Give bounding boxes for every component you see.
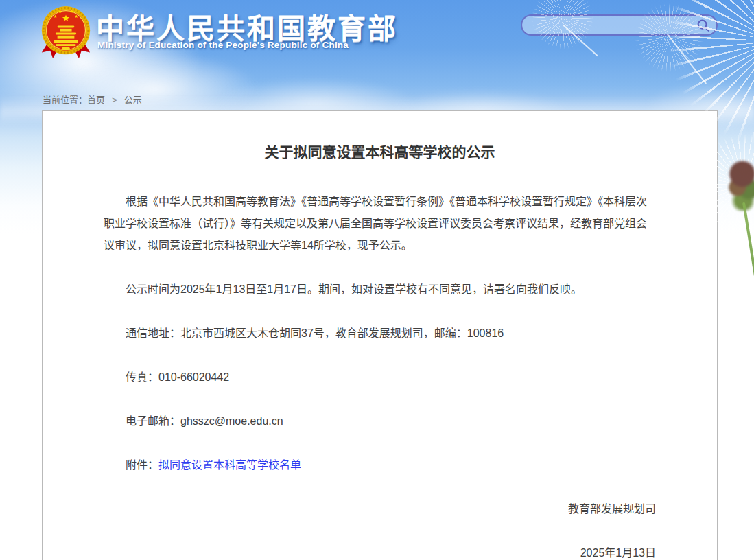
breadcrumb-link-gongshi[interactable]: 公示 [124,95,142,105]
dandelion-seed [635,3,703,72]
svg-text:★: ★ [74,14,78,19]
svg-text:★: ★ [70,10,74,15]
search-button[interactable] [694,18,712,33]
breadcrumb-prefix: 当前位置： [43,95,87,105]
breadcrumb-separator: > [112,95,117,105]
attachment-link[interactable]: 拟同意设置本科高等学校名单 [158,459,301,471]
attachment-label: 附件： [126,459,158,471]
svg-text:★: ★ [58,10,62,15]
site-title-english: Ministry of Education of the People's Re… [97,40,349,50]
national-emblem-logo[interactable]: ★ ★ ★ ★ ★ [40,4,92,65]
article-paragraph-email: 电子邮箱：ghsszc@moe.edu.cn [104,410,656,432]
dandelion-stem [742,202,754,318]
article-paragraph: 根据《中华人民共和国高等教育法》《普通高等学校设置暂行条例》《普通本科学校设置暂… [104,191,656,257]
article-attachment-line: 附件：拟同意设置本科高等学校名单 [104,454,656,476]
dandelion-head [722,158,754,211]
article-card: 关于拟同意设置本科高等学校的公示 根据《中华人民共和国高等教育法》《普通高等学校… [42,110,718,560]
moe-homepage: ★ ★ ★ ★ ★ 中华人民共和国教育部 Ministry of Educati… [0,0,754,560]
breadcrumb: 当前位置：首页>公示 [43,93,142,106]
search-input[interactable] [532,19,694,32]
article-date: 2025年1月13日 [104,542,656,560]
search-bar [521,14,718,36]
svg-text:★: ★ [54,14,58,19]
article-paragraph-fax: 传真：010-66020442 [104,366,656,388]
breadcrumb-link-home[interactable]: 首页 [87,95,105,105]
article-paragraph: 公示时间为2025年1月13日至1月17日。期间，如对设置学校有不同意见，请署名… [104,279,656,301]
magnifier-icon [696,18,711,33]
article-paragraph-address: 通信地址：北京市西城区大木仓胡同37号，教育部发展规划司，邮编：100816 [104,323,656,345]
article-title: 关于拟同意设置本科高等学校的公示 [104,143,656,162]
dandelion-seed-strand [667,34,707,84]
svg-text:★: ★ [62,13,70,23]
china-national-emblem-icon: ★ ★ ★ ★ ★ [40,4,92,62]
article-signature: 教育部发展规划司 [104,498,656,520]
